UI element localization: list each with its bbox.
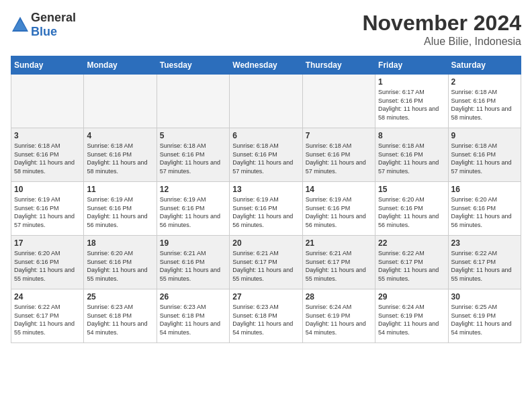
calendar-cell: 18Sunrise: 6:20 AM Sunset: 6:16 PM Dayli… [84, 236, 157, 289]
header-row: Sunday Monday Tuesday Wednesday Thursday… [11, 56, 521, 75]
day-info: Sunrise: 6:21 AM Sunset: 6:17 PM Dayligh… [232, 249, 299, 283]
day-number: 22 [378, 238, 445, 248]
day-number: 10 [14, 185, 81, 194]
logo-icon [11, 15, 30, 34]
calendar-cell: 12Sunrise: 6:19 AM Sunset: 6:16 PM Dayli… [157, 182, 229, 236]
day-number: 12 [160, 185, 226, 194]
day-info: Sunrise: 6:18 AM Sunset: 6:16 PM Dayligh… [451, 142, 518, 175]
calendar-cell [157, 75, 229, 128]
col-friday: Friday [375, 56, 448, 75]
calendar-cell: 24Sunrise: 6:22 AM Sunset: 6:17 PM Dayli… [11, 289, 84, 343]
day-info: Sunrise: 6:18 AM Sunset: 6:16 PM Dayligh… [87, 142, 153, 175]
calendar-cell: 5Sunrise: 6:18 AM Sunset: 6:16 PM Daylig… [157, 128, 229, 182]
header: General Blue November 2024 Alue Bilie, I… [11, 11, 521, 48]
calendar-cell: 17Sunrise: 6:20 AM Sunset: 6:16 PM Dayli… [11, 236, 84, 289]
col-thursday: Thursday [302, 56, 375, 75]
day-info: Sunrise: 6:18 AM Sunset: 6:16 PM Dayligh… [232, 142, 299, 175]
calendar-cell: 15Sunrise: 6:20 AM Sunset: 6:16 PM Dayli… [375, 182, 448, 236]
calendar-cell: 14Sunrise: 6:19 AM Sunset: 6:16 PM Dayli… [302, 182, 375, 236]
day-info: Sunrise: 6:17 AM Sunset: 6:16 PM Dayligh… [378, 88, 445, 122]
calendar-cell: 6Sunrise: 6:18 AM Sunset: 6:16 PM Daylig… [230, 128, 302, 182]
day-number: 20 [232, 238, 299, 248]
logo-blue: Blue [31, 25, 57, 38]
day-number: 5 [160, 131, 226, 140]
day-info: Sunrise: 6:20 AM Sunset: 6:16 PM Dayligh… [87, 249, 153, 283]
day-info: Sunrise: 6:21 AM Sunset: 6:17 PM Dayligh… [306, 249, 372, 283]
calendar-cell [230, 75, 302, 128]
location-subtitle: Alue Bilie, Indonesia [362, 36, 521, 48]
calendar-cell: 3Sunrise: 6:18 AM Sunset: 6:16 PM Daylig… [11, 128, 84, 182]
calendar-week-1: 1Sunrise: 6:17 AM Sunset: 6:16 PM Daylig… [11, 75, 521, 128]
day-info: Sunrise: 6:20 AM Sunset: 6:16 PM Dayligh… [378, 195, 445, 229]
calendar-cell: 25Sunrise: 6:23 AM Sunset: 6:18 PM Dayli… [84, 289, 157, 343]
col-tuesday: Tuesday [157, 56, 229, 75]
day-number: 6 [232, 131, 299, 140]
day-info: Sunrise: 6:20 AM Sunset: 6:16 PM Dayligh… [451, 195, 518, 229]
col-monday: Monday [84, 56, 157, 75]
day-info: Sunrise: 6:23 AM Sunset: 6:18 PM Dayligh… [160, 303, 226, 336]
calendar-cell: 4Sunrise: 6:18 AM Sunset: 6:16 PM Daylig… [84, 128, 157, 182]
day-number: 9 [451, 131, 518, 140]
calendar-cell: 29Sunrise: 6:24 AM Sunset: 6:19 PM Dayli… [375, 289, 448, 343]
calendar-cell: 10Sunrise: 6:19 AM Sunset: 6:16 PM Dayli… [11, 182, 84, 236]
day-number: 14 [306, 185, 372, 194]
logo: General Blue [11, 11, 76, 39]
day-number: 1 [378, 77, 445, 87]
day-number: 18 [87, 238, 153, 248]
day-info: Sunrise: 6:23 AM Sunset: 6:18 PM Dayligh… [87, 303, 153, 336]
day-info: Sunrise: 6:23 AM Sunset: 6:18 PM Dayligh… [232, 303, 299, 336]
calendar-cell: 13Sunrise: 6:19 AM Sunset: 6:16 PM Dayli… [230, 182, 302, 236]
day-info: Sunrise: 6:18 AM Sunset: 6:16 PM Dayligh… [451, 88, 518, 122]
day-info: Sunrise: 6:19 AM Sunset: 6:16 PM Dayligh… [306, 195, 372, 229]
day-info: Sunrise: 6:19 AM Sunset: 6:16 PM Dayligh… [14, 195, 81, 229]
col-saturday: Saturday [448, 56, 521, 75]
calendar-week-5: 24Sunrise: 6:22 AM Sunset: 6:17 PM Dayli… [11, 289, 521, 343]
calendar-cell [84, 75, 157, 128]
day-number: 15 [378, 185, 445, 194]
calendar-cell: 1Sunrise: 6:17 AM Sunset: 6:16 PM Daylig… [375, 75, 448, 128]
calendar-cell: 28Sunrise: 6:24 AM Sunset: 6:19 PM Dayli… [302, 289, 375, 343]
calendar-cell: 7Sunrise: 6:18 AM Sunset: 6:16 PM Daylig… [302, 128, 375, 182]
day-number: 3 [14, 131, 81, 140]
calendar-table: Sunday Monday Tuesday Wednesday Thursday… [11, 56, 521, 343]
col-wednesday: Wednesday [230, 56, 302, 75]
day-number: 29 [378, 292, 445, 302]
day-number: 13 [232, 185, 299, 194]
title-area: November 2024 Alue Bilie, Indonesia [362, 11, 521, 48]
day-number: 24 [14, 292, 81, 302]
calendar-week-2: 3Sunrise: 6:18 AM Sunset: 6:16 PM Daylig… [11, 128, 521, 182]
day-number: 21 [306, 238, 372, 248]
logo-text: General Blue [31, 11, 76, 39]
calendar-cell: 21Sunrise: 6:21 AM Sunset: 6:17 PM Dayli… [302, 236, 375, 289]
day-info: Sunrise: 6:25 AM Sunset: 6:19 PM Dayligh… [451, 303, 518, 336]
logo-general: General [31, 11, 76, 24]
day-info: Sunrise: 6:22 AM Sunset: 6:17 PM Dayligh… [378, 249, 445, 283]
day-info: Sunrise: 6:19 AM Sunset: 6:16 PM Dayligh… [160, 195, 226, 229]
day-info: Sunrise: 6:18 AM Sunset: 6:16 PM Dayligh… [378, 142, 445, 175]
day-number: 23 [451, 238, 518, 248]
day-number: 26 [160, 292, 226, 302]
day-info: Sunrise: 6:22 AM Sunset: 6:17 PM Dayligh… [451, 249, 518, 283]
day-number: 16 [451, 185, 518, 194]
day-info: Sunrise: 6:24 AM Sunset: 6:19 PM Dayligh… [378, 303, 445, 336]
day-number: 8 [378, 131, 445, 140]
calendar-cell: 16Sunrise: 6:20 AM Sunset: 6:16 PM Dayli… [448, 182, 521, 236]
day-info: Sunrise: 6:18 AM Sunset: 6:16 PM Dayligh… [306, 142, 372, 175]
day-number: 19 [160, 238, 226, 248]
calendar-cell: 22Sunrise: 6:22 AM Sunset: 6:17 PM Dayli… [375, 236, 448, 289]
day-info: Sunrise: 6:24 AM Sunset: 6:19 PM Dayligh… [306, 303, 372, 336]
day-number: 4 [87, 131, 153, 140]
calendar-cell: 8Sunrise: 6:18 AM Sunset: 6:16 PM Daylig… [375, 128, 448, 182]
day-number: 2 [451, 77, 518, 87]
month-title: November 2024 [362, 11, 521, 36]
day-info: Sunrise: 6:19 AM Sunset: 6:16 PM Dayligh… [87, 195, 153, 229]
calendar-cell [302, 75, 375, 128]
calendar-cell: 30Sunrise: 6:25 AM Sunset: 6:19 PM Dayli… [448, 289, 521, 343]
calendar-cell: 20Sunrise: 6:21 AM Sunset: 6:17 PM Dayli… [230, 236, 302, 289]
calendar-week-3: 10Sunrise: 6:19 AM Sunset: 6:16 PM Dayli… [11, 182, 521, 236]
svg-marker-1 [13, 19, 27, 30]
day-number: 17 [14, 238, 81, 248]
calendar-cell: 27Sunrise: 6:23 AM Sunset: 6:18 PM Dayli… [230, 289, 302, 343]
calendar-cell: 19Sunrise: 6:21 AM Sunset: 6:16 PM Dayli… [157, 236, 229, 289]
day-info: Sunrise: 6:19 AM Sunset: 6:16 PM Dayligh… [232, 195, 299, 229]
